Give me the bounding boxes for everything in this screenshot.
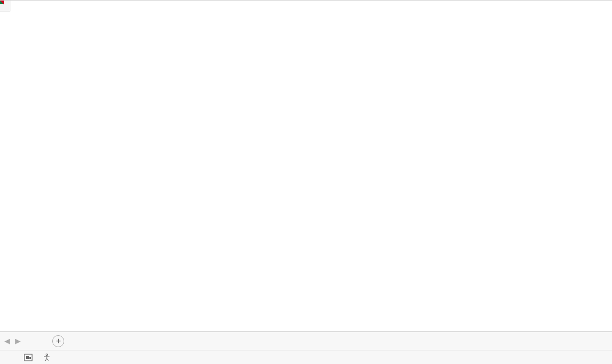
svg-rect-2 [29,357,31,359]
svg-point-3 [46,354,47,355]
status-bar [0,350,612,364]
comment-indicator-icon[interactable] [0,1,4,4]
tab-nav-next-icon[interactable]: ▶ [15,337,21,345]
status-accessibility[interactable] [42,353,54,362]
accessibility-icon [42,353,51,362]
spreadsheet-area [0,0,612,331]
svg-rect-1 [26,356,29,359]
sheet-tab-bar: ◀ ▶ ＋ [0,331,612,350]
status-record-macro-icon[interactable] [24,354,33,361]
tab-nav-prev-icon[interactable]: ◀ [4,337,10,345]
tab-nav-controls: ◀ ▶ [0,337,25,345]
new-sheet-button[interactable]: ＋ [52,335,64,347]
